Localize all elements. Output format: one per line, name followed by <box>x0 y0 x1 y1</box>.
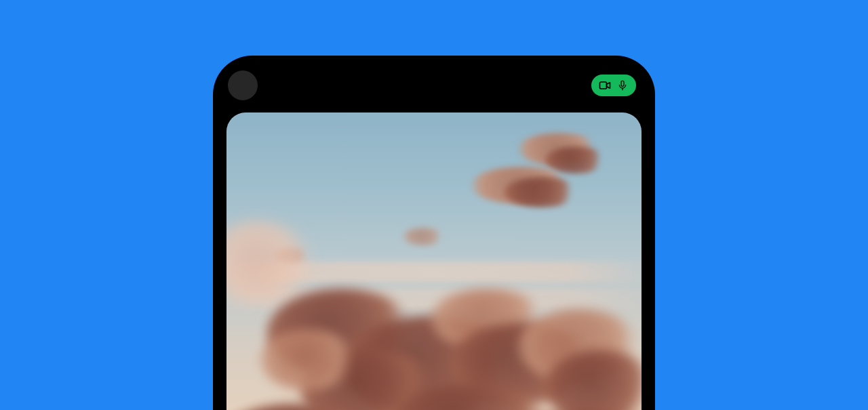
svg-rect-1 <box>621 81 624 86</box>
privacy-indicator-pill[interactable] <box>591 75 636 96</box>
status-bar-right <box>591 75 636 96</box>
cloud <box>545 146 606 173</box>
cloud <box>260 329 355 390</box>
cloud <box>403 228 443 245</box>
camera-punch-hole <box>228 70 258 100</box>
svg-rect-0 <box>600 82 607 89</box>
phone-frame <box>213 56 655 410</box>
promo-background <box>0 0 868 410</box>
cloud <box>505 177 579 207</box>
microphone-icon <box>617 79 628 92</box>
camera-viewfinder[interactable] <box>226 112 642 410</box>
camera-icon <box>598 79 612 92</box>
